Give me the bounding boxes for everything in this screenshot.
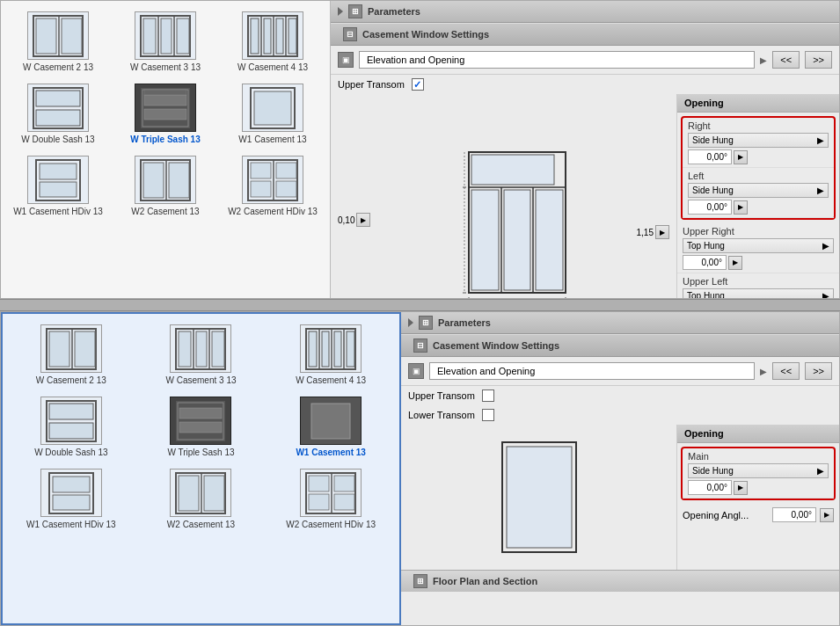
- elevation-icon: ▣: [338, 52, 354, 68]
- top-settings-panel: ⊞ Parameters ⊟ Casement Window Settings …: [331, 1, 839, 298]
- top-thumb-casement4: [242, 11, 303, 60]
- top-dim-left: 0,10 ▶: [338, 213, 370, 227]
- top-upper-left-arrow: ▶: [822, 291, 829, 298]
- bottom-thumb-casement1: [300, 397, 362, 445]
- top-panel: W Casement 2 13 W Casement 3 13 W Caseme…: [0, 0, 840, 299]
- bottom-settings-panel: ⊞ Parameters ⊟ Casement Window Settings …: [401, 312, 839, 625]
- bottom-upper-transom-checkbox[interactable]: [482, 389, 494, 402]
- bottom-window-grid: W Casement 2 13 W Casement 3 13 W Caseme…: [6, 321, 396, 534]
- svg-rect-45: [471, 155, 554, 185]
- svg-rect-72: [347, 331, 354, 367]
- top-nav-prev[interactable]: <<: [772, 51, 800, 69]
- bottom-elevation-button[interactable]: Elevation and Opening: [429, 362, 755, 380]
- top-dim-right: 1,15 ▶: [637, 225, 669, 239]
- bottom-window-item-casement2b[interactable]: W2 Casement 13: [136, 465, 267, 534]
- svg-rect-57: [49, 331, 69, 367]
- svg-rect-30: [40, 182, 77, 197]
- svg-rect-48: [536, 190, 563, 290]
- top-window-item-casement4[interactable]: W Casement 4 13: [219, 8, 326, 76]
- bottom-window-item-casement1[interactable]: W1 Casement 13: [266, 393, 396, 462]
- top-right-value-row: 0,00° ▶: [688, 149, 829, 164]
- bottom-window-item-casement1hd[interactable]: W1 Casement HDiv 13: [6, 465, 136, 534]
- bottom-upper-transom-label: Upper Transom: [408, 390, 475, 401]
- top-upper-right-type: Top Hung: [687, 241, 725, 251]
- bottom-main-value-arrow[interactable]: ▶: [734, 481, 748, 495]
- top-elevation-button[interactable]: Elevation and Opening: [359, 51, 755, 69]
- top-left-value[interactable]: 0,00°: [688, 200, 732, 215]
- bottom-lower-transom-checkbox[interactable]: [482, 409, 494, 421]
- bottom-nav-next[interactable]: >>: [805, 362, 832, 380]
- bottom-window-item-doublesash[interactable]: W Double Sash 13: [6, 393, 136, 462]
- top-nav-next[interactable]: >>: [805, 51, 832, 69]
- bottom-thumb-casement2b: [170, 469, 231, 517]
- panel-divider: [0, 299, 840, 311]
- top-upper-left-field: Top Hung ▶: [683, 288, 834, 298]
- bottom-nav-prev[interactable]: <<: [772, 362, 800, 380]
- bottom-opening-angle-value[interactable]: 0,00°: [772, 507, 816, 522]
- top-thumb-casement1: [242, 84, 303, 132]
- bottom-label-doublesash: W Double Sash 13: [34, 448, 107, 458]
- top-dim-right-arrow[interactable]: ▶: [655, 225, 669, 239]
- top-upper-right-value[interactable]: 0,00°: [683, 255, 727, 270]
- bottom-opening-angle-arrow[interactable]: ▶: [820, 508, 834, 522]
- bottom-window-item-casement2[interactable]: W Casement 2 13: [6, 321, 136, 389]
- top-upper-transom-checkbox[interactable]: [412, 78, 424, 91]
- bottom-elevation-icon: ▣: [408, 363, 424, 379]
- svg-rect-93: [334, 476, 354, 491]
- top-right-field: Side Hung ▶: [688, 133, 829, 148]
- bottom-main-row: Main Side Hung ▶ 0,00° ▶: [683, 448, 834, 499]
- parameters-expand-icon[interactable]: [338, 7, 343, 16]
- bottom-thumb-casement1hd: [40, 469, 102, 517]
- top-left-row: Left Side Hung ▶ 0,00° ▶: [683, 168, 834, 218]
- top-window-item-casement2b[interactable]: W2 Casement 13: [112, 152, 219, 221]
- top-window-item-casement1hd[interactable]: W1 Casement HDiv 13: [4, 152, 112, 221]
- bottom-label-casement1: W1 Casement 13: [296, 448, 365, 458]
- bottom-window-item-casement3[interactable]: W Casement 3 13: [136, 321, 267, 389]
- bottom-main-select[interactable]: Side Hung ▶: [688, 463, 829, 478]
- top-dim-left-value: 0,10: [338, 215, 354, 225]
- top-dim-left-arrow[interactable]: ▶: [356, 213, 370, 227]
- bottom-window-item-casement2hd[interactable]: W2 Casement HDiv 13: [266, 465, 396, 534]
- bottom-opening-red-section: Main Side Hung ▶ 0,00° ▶: [681, 447, 836, 500]
- bottom-floor-plan-header: ⊞ Floor Plan and Section: [401, 570, 839, 592]
- top-left-field: Side Hung ▶: [688, 183, 829, 198]
- svg-rect-91: [309, 476, 329, 491]
- top-opening-red-section: Right Side Hung ▶ 0,00° ▶: [681, 116, 836, 220]
- floor-plan-icon: ⊞: [413, 574, 427, 588]
- bottom-window-item-triplesash[interactable]: W Triple Sash 13: [136, 393, 267, 462]
- svg-rect-81: [311, 404, 350, 439]
- top-right-value[interactable]: 0,00°: [688, 149, 732, 164]
- top-elevation-toolbar: ▣ Elevation and Opening ▶ << >>: [331, 46, 839, 75]
- svg-rect-46: [471, 190, 499, 290]
- top-right-value-arrow[interactable]: ▶: [734, 150, 748, 164]
- top-upper-right-value-arrow[interactable]: ▶: [728, 256, 742, 270]
- svg-rect-17: [289, 18, 296, 54]
- bottom-label-casement2b: W2 Casement 13: [167, 520, 235, 530]
- top-parameters-label: Parameters: [368, 6, 420, 17]
- bottom-window-item-casement4[interactable]: W Casement 4 13: [266, 321, 396, 389]
- bottom-parameters-expand-icon[interactable]: [408, 318, 413, 327]
- top-right-select[interactable]: Side Hung ▶: [688, 133, 829, 148]
- top-window-item-triplesash[interactable]: W Triple Sash 13: [112, 80, 219, 149]
- svg-rect-33: [143, 163, 164, 198]
- bottom-thumb-doublesash: [40, 397, 102, 445]
- top-window-item-casement2hd[interactable]: W2 Casement HDiv 13: [219, 152, 326, 221]
- bottom-opening-title: Opening: [677, 425, 839, 443]
- bottom-label-casement3: W Casement 3 13: [165, 375, 236, 386]
- top-right-select-arrow: ▶: [817, 135, 824, 145]
- bottom-thumb-triplesash: [170, 397, 231, 445]
- top-left-select[interactable]: Side Hung ▶: [688, 183, 829, 198]
- svg-rect-69: [309, 331, 317, 367]
- top-upper-left-select[interactable]: Top Hung ▶: [683, 288, 834, 298]
- bottom-label-casement2: W Casement 2 13: [36, 375, 106, 386]
- top-window-item-doublesash[interactable]: W Double Sash 13: [4, 80, 112, 149]
- bottom-main-value[interactable]: 0,00°: [688, 480, 732, 495]
- top-left-value-arrow[interactable]: ▶: [734, 200, 748, 215]
- bottom-drawing-area: [401, 425, 676, 570]
- top-window-item-casement3[interactable]: W Casement 3 13: [112, 8, 219, 76]
- top-window-item-casement2[interactable]: W Casement 2 13: [4, 8, 112, 76]
- bottom-label-triplesash: W Triple Sash 13: [167, 448, 234, 458]
- top-upper-right-select[interactable]: Top Hung ▶: [683, 238, 834, 253]
- bottom-lower-transom-label: Lower Transom: [408, 410, 475, 420]
- top-window-item-casement1[interactable]: W1 Casement 13: [219, 80, 326, 149]
